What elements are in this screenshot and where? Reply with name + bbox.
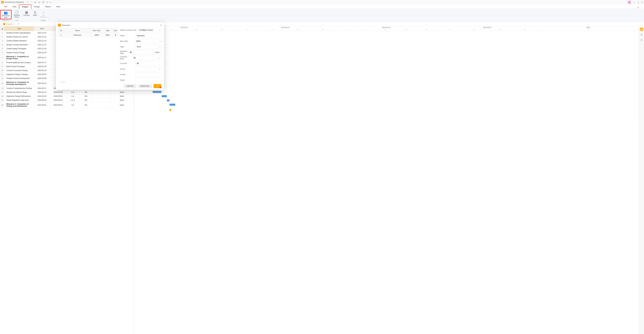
gantt-bar [153,91,162,93]
milestone-marker [169,109,172,111]
set-baseline-button[interactable]: ≡ Set Baseline [39,10,48,18]
col-task[interactable]: Task [4,26,34,31]
gantt-row[interactable] [134,63,639,67]
close-icon[interactable]: ✕ [641,1,643,3]
wbs-button[interactable]: ⎗ WBS [32,10,38,18]
title-bar: ⊇ Wondershare EdrawProj ↶ ↷ ⊞ 🗁 🖫 ⎙ ▾ — … [0,0,644,4]
cost-input[interactable] [136,61,160,65]
maximize-icon[interactable]: ▢ [637,1,639,3]
rescol-max[interactable]: Max Units [91,28,102,33]
right-sidebar: ▤ 🗎 ☰ [639,26,644,334]
add-tab-button[interactable]: + [16,22,21,25]
tab-task[interactable]: Task [10,5,19,9]
view-notes-icon[interactable]: 🗎 [640,33,643,36]
collapse-ribbon-icon[interactable]: ⌃ [641,6,642,9]
tab-design[interactable]: Design [31,5,42,9]
gantt-row[interactable] [134,75,639,80]
baseline-icon: ≡ [42,10,44,14]
working-hours-button[interactable]: 🕒 Working Hours [12,10,21,18]
col-corner[interactable]: ◢ [0,26,4,31]
chevron-down-icon: ▼ [159,46,160,48]
tab-report[interactable]: Report [42,5,54,9]
gantt-row[interactable] [134,31,639,35]
dialog-logo [58,24,61,27]
rescol-id[interactable]: ID [58,28,64,33]
gantt-row[interactable] [134,71,639,75]
save-icon[interactable]: 🖫 [42,1,44,3]
currency-select[interactable]: USD[$][US Dollar]▼ [138,28,162,32]
otrate-input[interactable] [132,56,157,60]
minimize-icon[interactable]: — [633,1,635,3]
resource-grid[interactable]: ID Name Max Units Type Star 1 resource1 … [58,28,118,81]
group-label-settings: Settings [41,19,46,21]
new-icon[interactable]: ⊞ [34,1,36,3]
tab-help[interactable]: Help [54,5,63,9]
gantt-row[interactable] [134,35,639,39]
panel-toggle-icon[interactable]: « [640,23,644,25]
app-logo: ⊇ [1,1,4,3]
gantt-row[interactable] [134,103,639,107]
undo-icon[interactable]: ↶ [27,1,28,3]
open-icon[interactable]: 🗁 [38,1,40,3]
group-select[interactable]: ▼ [136,67,162,71]
task-row[interactable]: 16Implement Design Refinements2024-04-25… [0,94,134,98]
ribbon: 👥 Resources pool Resources 🕒 Working Hou… [0,9,644,22]
stepper-icon[interactable]: ▲▼ [160,41,162,42]
maxunits-input[interactable] [135,39,159,43]
chevron-down-icon: ▼ [159,68,160,70]
otunit-select[interactable]: ▼ [158,56,162,60]
type-select[interactable]: Work▼ [136,45,162,49]
tab-file[interactable]: File [2,5,10,9]
print-icon[interactable]: ⎙ [46,1,48,3]
doc-tab-project1[interactable]: Project1 • [2,22,16,26]
gantt-bar [162,95,167,97]
gantt-row[interactable] [134,67,639,71]
tab-project[interactable]: Project [19,4,31,9]
gantt-row[interactable] [134,98,639,103]
gantt-row[interactable] [134,44,639,48]
user-avatar[interactable] [628,0,631,4]
gantt-row[interactable] [134,80,639,84]
group-label-time: Time [15,19,18,21]
rescol-type[interactable]: Type [102,28,113,33]
gantt-bar [167,99,170,101]
delete-row-button[interactable]: Delete Row [138,84,152,88]
wbs-icon: ⎗ [34,10,36,14]
qat-more-icon[interactable]: ▾ [50,1,51,3]
group-label-resources: Resources [2,19,9,21]
menu-bar: File Task Project Design Report Help ⚙ ⌃ [0,4,644,9]
rescol-name[interactable]: Name [64,28,91,33]
stdunit-select[interactable]: Hour▼ [154,50,162,54]
gantt-row[interactable] [134,52,639,56]
columns-icon: ▦ [25,10,28,14]
view-gantt-icon[interactable]: ▤ [640,28,643,31]
stdrate-input[interactable] [128,50,153,54]
view-filter-icon[interactable]: ☰ [640,38,643,41]
gantt-row[interactable] [134,107,639,113]
task-row[interactable]: 17Obtain Regulatory Approvals2024-05-012… [0,98,134,102]
settings-icon[interactable]: ⚙ [638,6,639,9]
gantt-row[interactable] [134,90,639,94]
col-start[interactable]: Start [34,26,50,31]
task-row[interactable]: 15 Identify and Address Bugs2024-04-1220… [0,90,134,94]
gantt-chart[interactable]: 024-02-0151219262024-03-0141118252024-04… [134,26,639,334]
currency-label: Default currency unit: [120,29,136,31]
email-input[interactable] [136,72,162,77]
gantt-row[interactable] [134,39,639,44]
gantt-row[interactable] [134,48,639,52]
gantt-row[interactable] [134,84,639,90]
gantt-row[interactable] [134,94,639,98]
columns-button[interactable]: ▦ Columns [22,10,31,18]
rescol-std[interactable]: Star [113,28,118,33]
add-row-button[interactable]: Add Row [124,84,136,88]
resource-row[interactable]: 1 resource1 100% Work $ [58,33,118,37]
name-input[interactable] [136,34,162,38]
redo-icon[interactable]: ↷ [30,1,32,3]
notes-input[interactable] [136,78,162,82]
modified-indicator: • [14,23,14,25]
dialog-close-icon[interactable]: ✕ [160,24,162,27]
chevron-down-icon: ▼ [159,52,160,53]
resources-pool-button[interactable]: 👥 Resources pool [0,10,12,19]
gantt-row[interactable] [134,56,639,63]
task-row[interactable]: 18Milestone 3: Completion of Testing and… [0,102,134,108]
